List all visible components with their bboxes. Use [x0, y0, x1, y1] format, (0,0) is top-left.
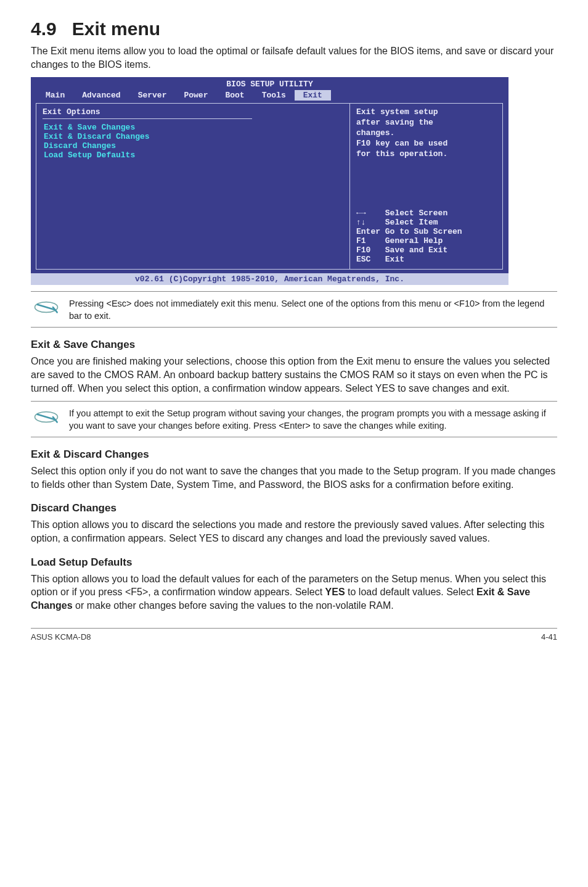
bios-tab-main: Main	[37, 90, 73, 101]
bios-tab-power: Power	[175, 90, 216, 101]
note-icon	[31, 297, 60, 320]
bios-header: BIOS SETUP UTILITY	[31, 77, 508, 89]
section-intro: The Exit menu items allow you to load th…	[31, 44, 557, 71]
bios-tabs: Main Advanced Server Power Boot Tools Ex…	[31, 89, 508, 103]
body-post: or make other changes before saving the …	[73, 600, 394, 611]
bios-left-pane: Exit Options Exit & Save Changes Exit & …	[36, 103, 350, 270]
body-load-defaults: This option allows you to load the defau…	[31, 572, 557, 613]
note-block: Pressing <Esc> does not immediately exit…	[31, 291, 557, 328]
body-exit-save: Once you are finished making your select…	[31, 355, 557, 395]
heading-exit-discard: Exit & Discard Changes	[31, 448, 557, 461]
bios-legend-line: ↑↓ Select Item	[356, 218, 496, 227]
bios-tab-tools: Tools	[253, 90, 295, 101]
bold-yes: YES	[325, 587, 345, 597]
footer-right: 4-41	[541, 632, 557, 642]
section-title: 4.9 Exit menu	[31, 19, 557, 39]
bios-item-load-defaults: Load Setup Defaults	[43, 151, 343, 160]
note-text: Pressing <Esc> does not immediately exit…	[69, 297, 557, 322]
bios-legend-line: F10 Save and Exit	[356, 245, 496, 255]
heading-load-defaults: Load Setup Defaults	[31, 556, 557, 569]
footer-left: ASUS KCMA-D8	[31, 632, 91, 642]
bios-tab-exit: Exit	[295, 90, 331, 101]
heading-exit-save: Exit & Save Changes	[31, 339, 557, 351]
body-discard: This option allows you to discard the se…	[31, 518, 557, 545]
bios-divider	[43, 118, 252, 119]
bios-tab-advanced: Advanced	[73, 90, 129, 101]
bios-item-exit-discard: Exit & Discard Changes	[43, 132, 343, 141]
page-footer: ASUS KCMA-D8 4-41	[31, 628, 557, 642]
bios-legend-line: ESC Exit	[356, 255, 496, 264]
section-name: Exit menu	[72, 19, 160, 39]
bios-help-top: Exit system setup after saving the chang…	[356, 107, 496, 159]
bios-exit-options-title: Exit Options	[43, 107, 343, 117]
bios-tab-boot: Boot	[216, 90, 253, 101]
note-block: If you attempt to exit the Setup program…	[31, 401, 557, 437]
bios-item-discard: Discard Changes	[43, 141, 343, 151]
bios-legend-line: Enter Go to Sub Screen	[356, 227, 496, 236]
bios-help-line: changes.	[356, 128, 496, 138]
bios-help-bottom: ←→ Select Screen ↑↓ Select Item Enter Go…	[356, 208, 496, 264]
bios-body: Exit Options Exit & Save Changes Exit & …	[31, 103, 508, 273]
section-number: 4.9	[31, 19, 57, 39]
bios-footer: v02.61 (C)Copyright 1985-2010, American …	[31, 273, 508, 285]
bios-item-exit-save: Exit & Save Changes	[43, 123, 343, 132]
bios-right-pane: Exit system setup after saving the chang…	[350, 103, 503, 270]
body-mid: to load default values. Select	[345, 587, 476, 597]
bios-legend-line: ←→ Select Screen	[356, 208, 496, 218]
body-exit-discard: Select this option only if you do not wa…	[31, 464, 557, 491]
note-text: If you attempt to exit the Setup program…	[69, 406, 557, 432]
bios-screenshot: BIOS SETUP UTILITY Main Advanced Server …	[31, 77, 508, 285]
bios-legend-line: F1 General Help	[356, 236, 496, 245]
bios-help-line: F10 key can be used	[356, 139, 496, 148]
note-icon	[31, 406, 60, 430]
heading-discard: Discard Changes	[31, 502, 557, 514]
bios-help-line: for this operation.	[356, 149, 496, 159]
bios-help-line: after saving the	[356, 118, 496, 127]
bios-help-line: Exit system setup	[356, 107, 496, 117]
bios-tab-server: Server	[129, 90, 176, 101]
